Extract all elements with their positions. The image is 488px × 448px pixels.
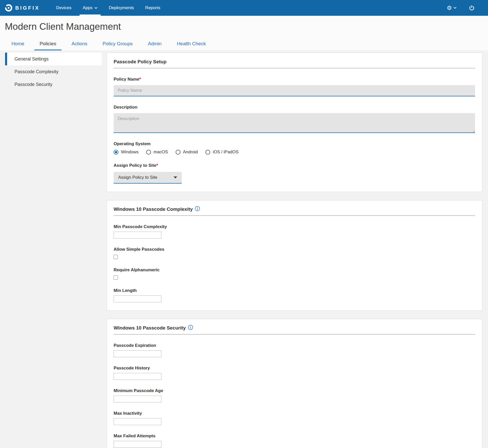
max-inactivity-input[interactable] (114, 418, 161, 425)
passcode-security-card: Windows 10 Passcode Security Passcode Ex… (107, 319, 482, 448)
card-title: Windows 10 Passcode Security (114, 325, 186, 331)
divider (114, 215, 475, 216)
require-alphanumeric-label: Require Alphanumeric (114, 267, 475, 273)
min-length-label: Min Length (114, 288, 475, 293)
radio-icon[interactable] (146, 150, 151, 155)
tab-label: Policies (40, 41, 56, 46)
tab-bar: Home Policies Actions Policy Groups Admi… (0, 38, 488, 50)
sidebar-item-general-settings[interactable]: General Settings (5, 53, 102, 65)
nav-item-label: Devices (56, 5, 71, 10)
min-passcode-complexity-input[interactable] (114, 232, 161, 238)
require-alphanumeric-checkbox[interactable] (114, 275, 118, 280)
page-header: Modern Client Management Home Policies A… (0, 16, 488, 50)
tab-home[interactable]: Home (6, 38, 30, 50)
required-asterisk: * (139, 77, 141, 82)
dropdown-value: Assign Policy to Site (118, 175, 157, 180)
radio-label: iOS / iPadOS (213, 150, 238, 155)
passcode-policy-setup-card: Passcode Policy Setup Policy Name* Descr… (107, 53, 482, 192)
radio-option-ios-ipados[interactable]: iOS / iPadOS (205, 150, 238, 155)
tab-policies[interactable]: Policies (34, 38, 62, 50)
radio-icon[interactable] (176, 150, 180, 155)
radio-option-windows[interactable]: Windows (114, 150, 139, 155)
sidebar-item-label: Passcode Complexity (14, 69, 58, 74)
nav-item-label: Deployments (109, 5, 134, 10)
main-panel: Passcode Policy Setup Policy Name* Descr… (107, 53, 482, 448)
divider (114, 68, 475, 68)
allow-simple-passcodes-checkbox[interactable] (114, 255, 118, 259)
max-failed-attempts-input[interactable] (114, 441, 161, 448)
content-area: General Settings Passcode Complexity Pas… (0, 50, 488, 448)
required-asterisk: * (156, 163, 158, 168)
tab-admin[interactable]: Admin (143, 38, 167, 50)
info-icon[interactable] (188, 325, 193, 330)
radio-label: Windows (121, 150, 139, 155)
radio-option-android[interactable]: Android (176, 150, 198, 155)
nav-item-deployments[interactable]: Deployments (103, 0, 140, 16)
tab-actions[interactable]: Actions (66, 38, 93, 50)
page-title: Modern Client Management (0, 21, 488, 32)
sidebar-item-passcode-security[interactable]: Passcode Security (5, 78, 102, 91)
brand-name: BIGFIX (15, 5, 40, 11)
tab-label: Policy Groups (102, 41, 132, 46)
chevron-down-icon (94, 7, 98, 9)
minimum-passcode-age-label: Minimum Passcode Age (114, 388, 475, 393)
min-passcode-complexity-label: Min Passcode Complexity (114, 224, 475, 229)
radio-label: macOS (154, 150, 168, 155)
radio-option-macos[interactable]: macOS (146, 150, 168, 155)
radio-icon[interactable] (114, 150, 118, 155)
tab-health-check[interactable]: Health Check (172, 38, 211, 50)
policies-sidebar: General Settings Passcode Complexity Pas… (5, 53, 102, 91)
sidebar-item-passcode-complexity[interactable]: Passcode Complexity (5, 65, 102, 78)
description-textarea[interactable] (114, 113, 475, 133)
policy-name-label: Policy Name* (114, 77, 475, 82)
radio-label: Android (183, 150, 198, 155)
nav-item-label: Apps (83, 5, 93, 10)
caret-down-icon (174, 176, 177, 178)
sidebar-item-label: Passcode Security (14, 82, 52, 87)
tab-label: Actions (71, 41, 87, 46)
passcode-expiration-label: Passcode Expiration (114, 343, 475, 348)
tab-label: Home (11, 41, 24, 46)
chevron-down-icon (453, 7, 456, 9)
bigfix-logo-icon (5, 4, 13, 12)
gear-icon: ⚙ (447, 5, 452, 11)
power-icon (469, 5, 475, 11)
nav-item-reports[interactable]: Reports (140, 0, 166, 16)
sidebar-item-label: General Settings (14, 56, 49, 62)
passcode-expiration-input[interactable] (114, 350, 161, 357)
passcode-history-input[interactable] (114, 373, 161, 380)
operating-system-label: Operating System (114, 141, 475, 146)
nav-items: Devices Apps Deployments Reports (51, 0, 166, 16)
info-icon[interactable] (195, 206, 200, 211)
divider (114, 334, 475, 335)
tab-policy-groups[interactable]: Policy Groups (97, 38, 138, 50)
operating-system-radio-group: Windows macOS Android iOS / iPadOS (114, 150, 475, 155)
passcode-complexity-card: Windows 10 Passcode Complexity Min Passc… (107, 200, 482, 311)
tab-label: Health Check (177, 41, 206, 46)
assign-policy-to-site-label: Assign Policy to Site* (114, 163, 475, 168)
settings-menu-button[interactable]: ⚙ (440, 0, 463, 16)
minimum-passcode-age-input[interactable] (114, 396, 161, 402)
policy-name-input[interactable] (114, 85, 475, 96)
logout-button[interactable] (463, 0, 481, 16)
assign-policy-to-site-dropdown[interactable]: Assign Policy to Site (114, 172, 182, 184)
radio-icon[interactable] (205, 150, 210, 155)
top-navbar: BIGFIX Devices Apps Deployments Reports … (0, 0, 488, 16)
card-title: Windows 10 Passcode Complexity (114, 206, 193, 212)
description-label: Description (114, 105, 475, 110)
tab-label: Admin (148, 41, 162, 46)
max-failed-attempts-label: Max Failed Attempts (114, 434, 475, 439)
passcode-history-label: Passcode History (114, 366, 475, 371)
min-length-input[interactable] (114, 295, 161, 302)
allow-simple-passcodes-label: Allow Simple Passcodes (114, 247, 475, 252)
card-title: Passcode Policy Setup (114, 59, 166, 65)
nav-item-apps[interactable]: Apps (77, 0, 103, 16)
nav-spacer (166, 0, 441, 16)
bigfix-logo[interactable]: BIGFIX (5, 0, 40, 16)
nav-item-label: Reports (145, 5, 160, 10)
nav-item-devices[interactable]: Devices (51, 0, 77, 16)
max-inactivity-label: Max Inactivity (114, 411, 475, 416)
